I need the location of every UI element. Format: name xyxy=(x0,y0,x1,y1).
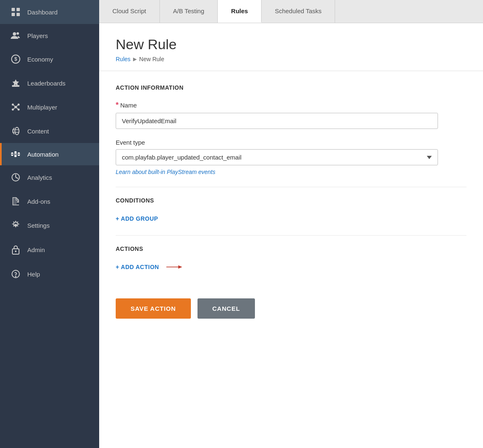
sidebar-item-settings[interactable]: Settings xyxy=(0,213,99,237)
sidebar-item-dashboard[interactable]: Dashboard xyxy=(0,0,99,24)
breadcrumb-parent[interactable]: Rules xyxy=(116,56,131,62)
svg-marker-35 xyxy=(178,265,182,269)
svg-line-16 xyxy=(14,107,15,109)
analytics-icon xyxy=(10,173,21,182)
sidebar-item-label: Settings xyxy=(27,222,50,229)
add-group-button[interactable]: + ADD GROUP xyxy=(116,214,158,224)
page-header: New Rule Rules ▶ New Rule xyxy=(99,23,483,71)
content-area: ACTION INFORMATION * Name Event type com… xyxy=(99,71,483,332)
sidebar-item-players[interactable]: Players xyxy=(0,24,99,47)
breadcrumb-separator: ▶ xyxy=(133,56,137,62)
event-type-field-group: Event type com.playfab.player_updated_co… xyxy=(116,139,466,175)
svg-rect-2 xyxy=(12,13,15,16)
breadcrumb-current: New Rule xyxy=(139,56,164,62)
svg-line-15 xyxy=(17,105,18,107)
name-field-group: * Name xyxy=(116,101,466,129)
save-action-button[interactable]: SAVE ACTION xyxy=(116,298,191,319)
sidebar-item-multiplayer[interactable]: Multiplayer xyxy=(0,95,99,119)
sidebar-item-label: Players xyxy=(27,32,48,39)
actions-title: ACTIONS xyxy=(116,245,466,252)
svg-text:$: $ xyxy=(14,56,17,62)
add-action-button[interactable]: + ADD ACTION xyxy=(116,262,159,272)
action-information-title: ACTION INFORMATION xyxy=(116,84,466,91)
sidebar-item-label: Automation xyxy=(27,151,59,158)
svg-point-24 xyxy=(12,154,13,155)
page-title: New Rule xyxy=(116,36,466,52)
help-icon xyxy=(10,269,21,279)
svg-point-26 xyxy=(18,154,19,155)
sidebar-item-help[interactable]: Help xyxy=(0,262,99,286)
svg-point-25 xyxy=(15,154,16,155)
learn-link[interactable]: Learn about built-in PlayStream events xyxy=(116,169,466,175)
sidebar-item-label: Analytics xyxy=(27,174,52,181)
sidebar-item-label: Help xyxy=(27,271,40,278)
tab-rules[interactable]: Rules xyxy=(218,0,262,23)
sidebar-item-economy[interactable]: $ Economy xyxy=(0,47,99,71)
economy-icon: $ xyxy=(10,55,21,64)
svg-rect-1 xyxy=(17,8,20,11)
multiplayer-icon xyxy=(10,102,21,112)
players-icon xyxy=(10,31,21,40)
action-information-section: ACTION INFORMATION * Name Event type com… xyxy=(116,84,466,175)
conditions-section: CONDITIONS + ADD GROUP xyxy=(116,187,466,224)
sidebar-item-admin[interactable]: Admin xyxy=(0,237,99,262)
dashboard-icon xyxy=(10,7,21,17)
sidebar-item-addons[interactable]: Add-ons xyxy=(0,189,99,213)
conditions-title: CONDITIONS xyxy=(116,197,466,204)
actions-section: ACTIONS + ADD ACTION xyxy=(116,235,466,272)
svg-rect-28 xyxy=(17,203,19,205)
svg-point-31 xyxy=(15,250,17,252)
svg-line-14 xyxy=(14,105,15,107)
event-type-label: Event type xyxy=(116,139,466,146)
required-star: * xyxy=(116,101,119,110)
sidebar-item-analytics[interactable]: Analytics xyxy=(0,165,99,189)
admin-icon xyxy=(10,245,21,255)
sidebar-item-label: Economy xyxy=(27,56,53,63)
sidebar-item-label: Add-ons xyxy=(27,198,50,205)
svg-point-33 xyxy=(15,276,16,277)
svg-rect-0 xyxy=(12,8,15,11)
name-input[interactable] xyxy=(116,113,438,129)
sidebar-item-label: Content xyxy=(27,128,49,135)
svg-point-18 xyxy=(15,127,19,135)
sidebar-item-label: Multiplayer xyxy=(27,104,57,111)
sidebar-item-leaderboards[interactable]: Leaderboards xyxy=(0,71,99,95)
footer-buttons: SAVE ACTION CANCEL xyxy=(116,292,466,319)
svg-rect-3 xyxy=(17,13,20,16)
svg-point-5 xyxy=(17,32,19,35)
cancel-button[interactable]: CANCEL xyxy=(197,298,255,319)
breadcrumb: Rules ▶ New Rule xyxy=(116,56,466,62)
sidebar-item-automation[interactable]: Automation xyxy=(0,143,99,165)
svg-point-4 xyxy=(13,32,16,36)
sidebar: Dashboard Players $ Economy Leaderboards xyxy=(0,0,99,448)
arrow-indicator xyxy=(166,263,182,271)
sidebar-item-label: Admin xyxy=(27,246,45,253)
svg-rect-8 xyxy=(12,85,19,87)
name-label: * Name xyxy=(116,101,466,110)
sidebar-item-content[interactable]: Content xyxy=(0,119,99,143)
sidebar-item-label: Leaderboards xyxy=(27,80,66,87)
content-icon xyxy=(10,126,21,136)
automation-icon xyxy=(10,150,21,158)
tab-bar: Cloud Script A/B Testing Rules Scheduled… xyxy=(99,0,483,23)
leaderboards-icon xyxy=(10,79,21,88)
tab-cloud-script[interactable]: Cloud Script xyxy=(99,0,160,23)
svg-line-17 xyxy=(17,107,18,109)
addons-icon xyxy=(10,197,21,206)
settings-icon xyxy=(10,221,21,230)
event-type-select[interactable]: com.playfab.player_updated_contact_email… xyxy=(116,149,438,165)
tab-scheduled-tasks[interactable]: Scheduled Tasks xyxy=(262,0,335,23)
add-action-row: + ADD ACTION xyxy=(116,262,466,272)
tab-ab-testing[interactable]: A/B Testing xyxy=(160,0,218,23)
main-content: Cloud Script A/B Testing Rules Scheduled… xyxy=(99,0,483,448)
sidebar-item-label: Dashboard xyxy=(27,9,57,16)
